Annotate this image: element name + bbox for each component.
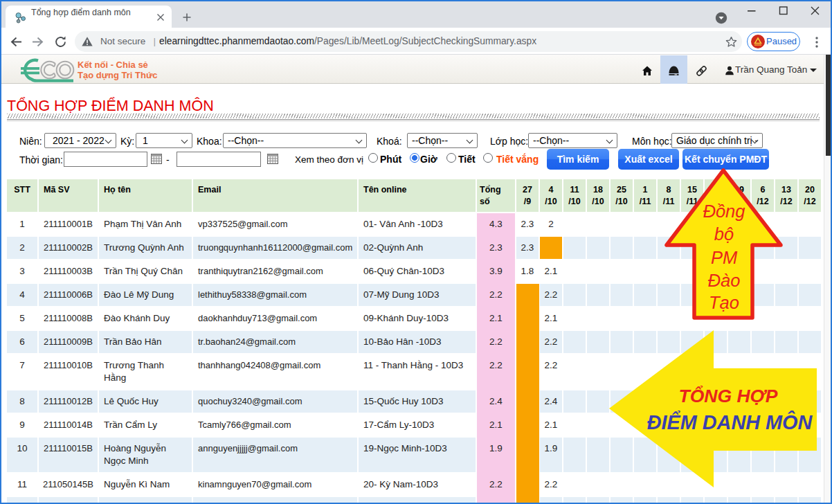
svg-text:ĐIỂM DANH MÔN: ĐIỂM DANH MÔN: [647, 411, 813, 433]
